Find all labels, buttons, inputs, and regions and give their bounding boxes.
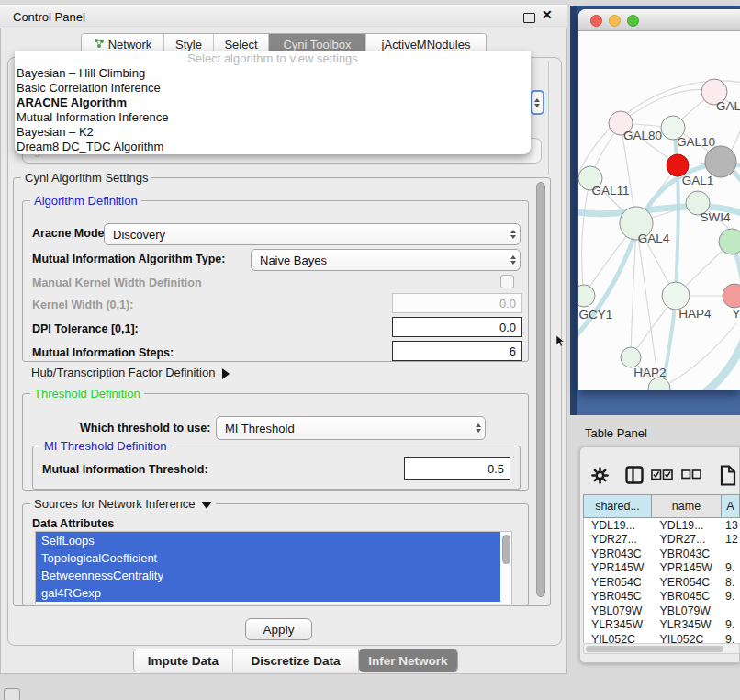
network-edge [582,178,590,296]
tab-discretize-data[interactable]: Discretize Data [233,649,359,672]
network-window-titlebar[interactable] [578,9,740,31]
network-node-y[interactable] [723,284,740,308]
mi-threshold-label: Mutual Information Threshold: [42,463,208,476]
column-header-a[interactable]: A [722,494,740,518]
table-cell: YER054C [653,576,723,589]
node-label: GAL80 [623,129,662,142]
groupbox-edge [548,61,549,175]
mi-threshold-field[interactable]: 0.5 [404,457,510,480]
table-cell: 9. [722,618,740,631]
table-cell: YBL079W [653,604,723,617]
table-cell: YDR27... [653,533,723,546]
table-row[interactable]: YBR043CYBR043C [584,547,740,561]
algorithm-option-aracne-algorithm[interactable]: ARACNE Algorithm [15,96,531,110]
data-attributes-list: SelfLoopsTopologicalCoefficientBetweenne… [35,531,512,604]
close-traffic-light-icon[interactable] [590,15,602,27]
mi-algorithm-type-combo[interactable]: Naive Bayes [251,249,521,271]
network-node-gcy1[interactable] [578,285,595,307]
table-row[interactable]: YBR045CYBR045C9. [584,590,740,604]
apply-button[interactable]: Apply [245,618,312,640]
mi-steps-field[interactable]: 6 [392,341,522,361]
float-window-icon[interactable] [523,13,535,23]
minimized-panel-icon[interactable] [4,688,20,700]
node-label: GAL10 [677,135,715,149]
network-node[interactable] [719,229,740,254]
expand-triangle-icon [222,368,230,379]
network-node-hap4[interactable] [662,282,690,310]
combo-stepper-icon [510,255,516,265]
mi-steps-label: Mutual Information Steps: [32,346,174,359]
attribute-item-topologicalcoefficient[interactable]: TopologicalCoefficient [36,549,500,567]
export-table-icon[interactable] [720,465,736,486]
node-label: GAL4 [638,231,670,245]
table-cell: 9. [722,561,740,574]
which-threshold-value: MI Threshold [225,422,295,435]
select-all-checkboxes-icon[interactable] [651,469,673,480]
node-label: HAP2 [633,366,666,379]
manual-kernel-checkbox[interactable] [500,275,514,288]
which-threshold-combo[interactable]: MI Threshold [216,416,486,440]
table-header: shared...nameA [583,494,740,518]
table-row[interactable]: YER054CYER054C8. [584,575,740,590]
column-layout-icon[interactable] [625,466,644,484]
tab-infer-network[interactable]: Infer Network [359,649,457,672]
table-cell: YBR043C [653,548,723,560]
network-canvas[interactable]: GALGAL80GAL10GAL1GAL11SWI4GAL4GCY1HAP4YH… [578,31,740,390]
algorithm-option-mutual-information-inference[interactable]: Mutual Information Inference [15,110,531,125]
settings-gear-icon[interactable] [591,467,609,484]
dpi-tolerance-field[interactable]: 0.0 [392,317,522,337]
screen: Control Panel ✕ NetworkStyleSelectCyni T… [0,0,740,700]
algorithm-dropdown-list: Select algorithm to view settings Bayesi… [15,51,531,154]
table-cell: 9. [722,590,740,603]
algorithm-definition-group: Algorithm Definition Aracne Mode: Discov… [22,200,529,362]
tab-impute-data[interactable]: Impute Data [134,649,233,672]
settings-scrollbar-thumb[interactable] [536,182,545,597]
mi-algorithm-type-label: Mutual Information Algorithm Type: [32,253,225,265]
table-panel-title: Table Panel [585,426,647,440]
zoom-traffic-light-icon[interactable] [627,15,639,27]
algorithm-option-bayesian-k2[interactable]: Bayesian – K2 [15,125,531,140]
attribute-item-betweennesscentrality[interactable]: BetweennessCentrality [36,567,500,584]
node-label: SWI4 [700,210,730,224]
sources-legend[interactable]: Sources for Network Inference [30,497,216,511]
focused-combo-stepper[interactable] [530,90,544,115]
attribute-item-gal4rgexp[interactable]: gal4RGexp [36,584,500,602]
minimize-traffic-light-icon[interactable] [609,15,621,27]
hub-definition-label: Hub/Transcription Factor Definition [31,366,215,379]
table-cell: YIL052C [653,633,723,643]
kernel-width-field[interactable]: 0.0 [392,293,522,313]
table-cell: YDL19... [653,519,723,532]
stepper-up-icon [534,98,540,102]
table-hscrollbar[interactable] [583,643,740,654]
algorithm-option-dream8-dc-tdc-algorithm[interactable]: Dream8 DC_TDC Algorithm [15,140,531,154]
aracne-mode-value: Discovery [113,228,165,242]
table-rows: YDL19...YDL19...13YDR27...YDR27...12YBR0… [583,518,740,643]
table-hscrollbar-thumb[interactable] [586,646,723,652]
table-row[interactable]: YLR345WYLR345W9. [584,618,740,633]
algorithm-option-bayesian-hill-climbing[interactable]: Bayesian – Hill Climbing [15,66,531,81]
table-cell: YLR345W [653,618,723,631]
network-node[interactable] [705,146,736,177]
close-icon[interactable]: ✕ [542,8,553,21]
mi-threshold-group: MI Threshold Definition Mutual Informati… [32,446,521,490]
table-row[interactable]: YIL052CYIL052C9. [584,632,740,643]
column-header-shared[interactable]: shared... [583,494,652,518]
hub-definition-expander[interactable]: Hub/Transcription Factor Definition [31,366,230,379]
attributes-scrollbar-thumb[interactable] [502,535,510,564]
table-row[interactable]: YBL079WYBL079W [584,604,740,618]
table-row[interactable]: YDR27...YDR27...12 [584,533,740,548]
table-cell: YPR145W [653,561,723,574]
algorithm-option-basic-correlation-inference[interactable]: Basic Correlation Inference [15,81,531,96]
tab-label: jActiveMNodules [382,38,471,51]
deselect-all-checkboxes-icon[interactable] [681,469,701,480]
table-cell: YPR145W [584,561,653,574]
table-row[interactable]: YPR145WYPR145W9. [584,561,740,576]
table-cell: 12 [722,533,740,546]
aracne-mode-combo[interactable]: Discovery [104,223,521,245]
network-edge [578,389,659,390]
table-cell: YBR043C [584,548,653,560]
network-node-hap2[interactable] [621,347,641,367]
table-row[interactable]: YDL19...YDL19...13 [584,518,740,533]
column-header-name[interactable]: name [652,494,722,518]
attribute-item-selfloops[interactable]: SelfLoops [36,532,500,549]
